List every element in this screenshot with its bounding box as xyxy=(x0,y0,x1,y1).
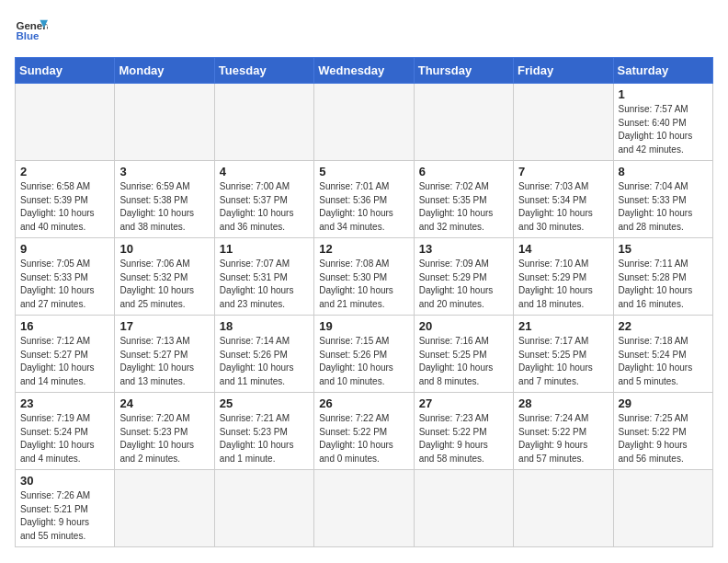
calendar-cell: 8Sunrise: 7:04 AM Sunset: 5:33 PM Daylig… xyxy=(613,161,712,238)
day-number: 23 xyxy=(20,396,109,410)
day-number: 2 xyxy=(20,165,109,178)
day-info: Sunrise: 7:09 AM Sunset: 5:29 PM Dayligh… xyxy=(419,258,508,311)
calendar-cell: 19Sunrise: 7:15 AM Sunset: 5:26 PM Dayli… xyxy=(314,316,414,393)
calendar-week-3: 16Sunrise: 7:12 AM Sunset: 5:27 PM Dayli… xyxy=(16,316,713,393)
weekday-header-friday: Friday xyxy=(514,58,613,84)
calendar-cell: 26Sunrise: 7:22 AM Sunset: 5:22 PM Dayli… xyxy=(314,393,414,470)
logo: General Blue xyxy=(15,15,51,48)
calendar-cell: 3Sunrise: 6:59 AM Sunset: 5:38 PM Daylig… xyxy=(115,161,214,238)
calendar-cell xyxy=(16,84,115,161)
calendar-cell: 15Sunrise: 7:11 AM Sunset: 5:28 PM Dayli… xyxy=(613,238,712,316)
calendar-cell: 24Sunrise: 7:20 AM Sunset: 5:23 PM Dayli… xyxy=(115,393,214,470)
calendar-cell: 10Sunrise: 7:06 AM Sunset: 5:32 PM Dayli… xyxy=(115,238,214,316)
calendar-cell: 17Sunrise: 7:13 AM Sunset: 5:27 PM Dayli… xyxy=(115,316,214,393)
day-info: Sunrise: 7:22 AM Sunset: 5:22 PM Dayligh… xyxy=(319,412,408,465)
calendar-cell xyxy=(214,84,313,161)
day-number: 1 xyxy=(619,87,708,101)
calendar-cell xyxy=(514,470,613,547)
calendar-week-0: 1Sunrise: 7:57 AM Sunset: 6:40 PM Daylig… xyxy=(16,84,713,161)
day-number: 18 xyxy=(220,319,309,333)
day-number: 20 xyxy=(419,319,508,333)
day-number: 17 xyxy=(119,319,209,333)
day-number: 22 xyxy=(619,319,708,333)
day-number: 19 xyxy=(319,319,408,333)
day-number: 8 xyxy=(619,165,708,178)
day-number: 27 xyxy=(419,396,508,410)
day-number: 11 xyxy=(220,242,309,256)
calendar-cell xyxy=(514,84,613,161)
day-info: Sunrise: 6:59 AM Sunset: 5:38 PM Dayligh… xyxy=(119,180,209,234)
calendar-cell: 13Sunrise: 7:09 AM Sunset: 5:29 PM Dayli… xyxy=(414,238,513,316)
weekday-header-row: SundayMondayTuesdayWednesdayThursdayFrid… xyxy=(16,58,713,84)
day-info: Sunrise: 7:00 AM Sunset: 5:37 PM Dayligh… xyxy=(220,180,309,234)
calendar-cell xyxy=(214,470,313,547)
calendar-cell xyxy=(314,84,414,161)
calendar-cell: 16Sunrise: 7:12 AM Sunset: 5:27 PM Dayli… xyxy=(16,316,115,393)
day-info: Sunrise: 7:06 AM Sunset: 5:32 PM Dayligh… xyxy=(119,258,209,311)
weekday-header-saturday: Saturday xyxy=(613,58,712,84)
day-number: 16 xyxy=(20,319,109,333)
logo-icon: General Blue xyxy=(15,15,48,48)
calendar-cell: 20Sunrise: 7:16 AM Sunset: 5:25 PM Dayli… xyxy=(414,316,513,393)
calendar-week-4: 23Sunrise: 7:19 AM Sunset: 5:24 PM Dayli… xyxy=(16,393,713,470)
day-info: Sunrise: 7:26 AM Sunset: 5:21 PM Dayligh… xyxy=(20,489,109,543)
calendar-cell: 28Sunrise: 7:24 AM Sunset: 5:22 PM Dayli… xyxy=(514,393,613,470)
day-info: Sunrise: 6:58 AM Sunset: 5:39 PM Dayligh… xyxy=(20,180,109,234)
day-number: 6 xyxy=(419,165,508,178)
day-info: Sunrise: 7:01 AM Sunset: 5:36 PM Dayligh… xyxy=(319,180,408,234)
day-info: Sunrise: 7:57 AM Sunset: 6:40 PM Dayligh… xyxy=(619,103,708,156)
day-number: 28 xyxy=(518,396,608,410)
day-info: Sunrise: 7:15 AM Sunset: 5:26 PM Dayligh… xyxy=(319,335,408,388)
calendar-cell: 23Sunrise: 7:19 AM Sunset: 5:24 PM Dayli… xyxy=(16,393,115,470)
calendar-cell: 5Sunrise: 7:01 AM Sunset: 5:36 PM Daylig… xyxy=(314,161,414,238)
calendar-cell: 25Sunrise: 7:21 AM Sunset: 5:23 PM Dayli… xyxy=(214,393,313,470)
day-number: 24 xyxy=(119,396,209,410)
calendar-cell: 12Sunrise: 7:08 AM Sunset: 5:30 PM Dayli… xyxy=(314,238,414,316)
day-info: Sunrise: 7:03 AM Sunset: 5:34 PM Dayligh… xyxy=(518,180,608,234)
weekday-header-wednesday: Wednesday xyxy=(314,58,414,84)
day-info: Sunrise: 7:25 AM Sunset: 5:22 PM Dayligh… xyxy=(619,412,708,465)
day-number: 14 xyxy=(518,242,608,256)
day-info: Sunrise: 7:20 AM Sunset: 5:23 PM Dayligh… xyxy=(119,412,209,465)
day-number: 9 xyxy=(20,242,109,256)
calendar-cell: 29Sunrise: 7:25 AM Sunset: 5:22 PM Dayli… xyxy=(613,393,712,470)
calendar-cell: 11Sunrise: 7:07 AM Sunset: 5:31 PM Dayli… xyxy=(214,238,313,316)
day-number: 30 xyxy=(20,474,109,488)
calendar-cell: 22Sunrise: 7:18 AM Sunset: 5:24 PM Dayli… xyxy=(613,316,712,393)
day-number: 4 xyxy=(220,165,309,178)
day-info: Sunrise: 7:04 AM Sunset: 5:33 PM Dayligh… xyxy=(619,180,708,234)
weekday-header-tuesday: Tuesday xyxy=(214,58,313,84)
calendar-cell: 7Sunrise: 7:03 AM Sunset: 5:34 PM Daylig… xyxy=(514,161,613,238)
day-number: 10 xyxy=(119,242,209,256)
weekday-header-monday: Monday xyxy=(115,58,214,84)
day-info: Sunrise: 7:23 AM Sunset: 5:22 PM Dayligh… xyxy=(419,412,508,465)
day-info: Sunrise: 7:18 AM Sunset: 5:24 PM Dayligh… xyxy=(619,335,708,388)
day-info: Sunrise: 7:07 AM Sunset: 5:31 PM Dayligh… xyxy=(220,258,309,311)
day-info: Sunrise: 7:21 AM Sunset: 5:23 PM Dayligh… xyxy=(220,412,309,465)
day-info: Sunrise: 7:12 AM Sunset: 5:27 PM Dayligh… xyxy=(20,335,109,388)
calendar-cell: 27Sunrise: 7:23 AM Sunset: 5:22 PM Dayli… xyxy=(414,393,513,470)
calendar-cell: 6Sunrise: 7:02 AM Sunset: 5:35 PM Daylig… xyxy=(414,161,513,238)
day-number: 3 xyxy=(119,165,209,178)
day-info: Sunrise: 7:11 AM Sunset: 5:28 PM Dayligh… xyxy=(619,258,708,311)
day-number: 26 xyxy=(319,396,408,410)
calendar-cell: 9Sunrise: 7:05 AM Sunset: 5:33 PM Daylig… xyxy=(16,238,115,316)
weekday-header-sunday: Sunday xyxy=(16,58,115,84)
weekday-header-thursday: Thursday xyxy=(414,58,513,84)
day-info: Sunrise: 7:16 AM Sunset: 5:25 PM Dayligh… xyxy=(419,335,508,388)
day-number: 15 xyxy=(619,242,708,256)
calendar-week-2: 9Sunrise: 7:05 AM Sunset: 5:33 PM Daylig… xyxy=(16,238,713,316)
calendar-week-1: 2Sunrise: 6:58 AM Sunset: 5:39 PM Daylig… xyxy=(16,161,713,238)
day-info: Sunrise: 7:10 AM Sunset: 5:29 PM Dayligh… xyxy=(518,258,608,311)
calendar-cell: 18Sunrise: 7:14 AM Sunset: 5:26 PM Dayli… xyxy=(214,316,313,393)
calendar-cell: 14Sunrise: 7:10 AM Sunset: 5:29 PM Dayli… xyxy=(514,238,613,316)
calendar-week-5: 30Sunrise: 7:26 AM Sunset: 5:21 PM Dayli… xyxy=(16,470,713,547)
day-number: 5 xyxy=(319,165,408,178)
day-info: Sunrise: 7:14 AM Sunset: 5:26 PM Dayligh… xyxy=(220,335,309,388)
calendar-cell: 30Sunrise: 7:26 AM Sunset: 5:21 PM Dayli… xyxy=(16,470,115,547)
calendar-cell xyxy=(314,470,414,547)
calendar-cell: 1Sunrise: 7:57 AM Sunset: 6:40 PM Daylig… xyxy=(613,84,712,161)
calendar-cell xyxy=(414,84,513,161)
day-info: Sunrise: 7:17 AM Sunset: 5:25 PM Dayligh… xyxy=(518,335,608,388)
calendar-cell: 4Sunrise: 7:00 AM Sunset: 5:37 PM Daylig… xyxy=(214,161,313,238)
